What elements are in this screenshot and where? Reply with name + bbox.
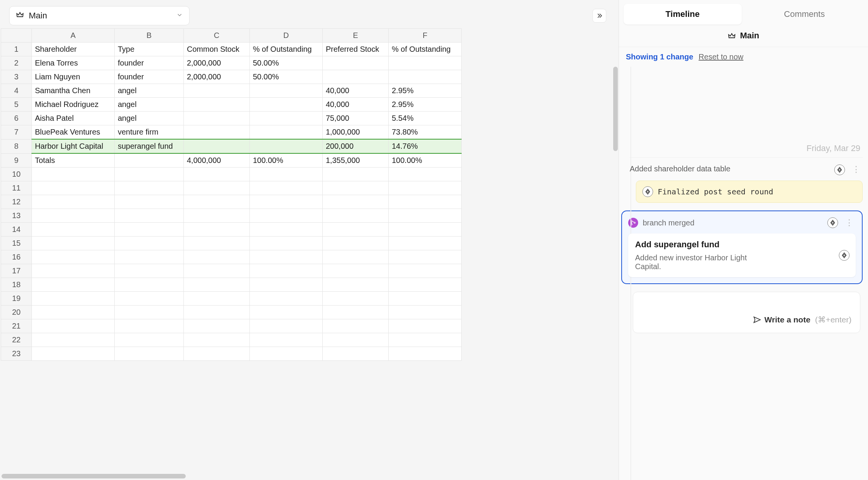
cell[interactable] (250, 98, 323, 112)
cell[interactable] (115, 306, 184, 319)
row-header[interactable]: 4 (1, 84, 32, 98)
collapse-sidebar-button[interactable] (592, 9, 606, 23)
cell[interactable] (184, 112, 250, 125)
cell[interactable]: Samantha Chen (32, 84, 115, 98)
cell[interactable] (115, 195, 184, 209)
cell[interactable] (32, 347, 115, 361)
cell[interactable] (250, 125, 323, 140)
cell[interactable] (32, 264, 115, 278)
row-header[interactable]: 17 (1, 264, 32, 278)
cell[interactable]: 40,000 (323, 98, 389, 112)
cell[interactable] (184, 278, 250, 292)
cell[interactable] (184, 292, 250, 306)
cell[interactable] (389, 333, 462, 347)
cell[interactable]: angel (115, 84, 184, 98)
cell[interactable] (323, 209, 389, 223)
cell[interactable] (323, 181, 389, 195)
note-input[interactable]: Write a note (⌘+enter) (633, 292, 860, 333)
cell[interactable]: 2,000,000 (184, 70, 250, 84)
cell[interactable]: 50.00% (250, 56, 323, 70)
cell[interactable] (250, 347, 323, 361)
row-header[interactable]: 2 (1, 56, 32, 70)
cell[interactable] (115, 319, 184, 333)
cell[interactable] (323, 333, 389, 347)
cell[interactable] (323, 56, 389, 70)
row-header[interactable]: 14 (1, 223, 32, 237)
filter-reset[interactable]: Reset to now (699, 53, 744, 61)
timeline-event[interactable]: Added shareholder data table ⋮ (630, 164, 863, 175)
cell[interactable] (250, 292, 323, 306)
cell[interactable] (115, 168, 184, 181)
cell[interactable] (323, 223, 389, 237)
cell[interactable] (389, 181, 462, 195)
column-header[interactable]: B (115, 29, 184, 43)
cell[interactable]: Elena Torres (32, 56, 115, 70)
cell[interactable]: BluePeak Ventures (32, 125, 115, 140)
cell[interactable] (250, 168, 323, 181)
cell[interactable] (184, 250, 250, 264)
cell[interactable] (32, 278, 115, 292)
row-header[interactable]: 22 (1, 333, 32, 347)
cell[interactable] (323, 237, 389, 250)
cell[interactable] (115, 223, 184, 237)
row-header[interactable]: 10 (1, 168, 32, 181)
cell[interactable] (115, 153, 184, 168)
cell[interactable]: Aisha Patel (32, 112, 115, 125)
row-header[interactable]: 6 (1, 112, 32, 125)
merge-detail[interactable]: Add superangel fund Added new investor H… (628, 233, 856, 277)
cell[interactable] (184, 209, 250, 223)
cell[interactable]: 100.00% (250, 153, 323, 168)
cell[interactable]: founder (115, 56, 184, 70)
cell[interactable] (323, 278, 389, 292)
cell[interactable] (32, 333, 115, 347)
cell[interactable] (250, 84, 323, 98)
row-header[interactable]: 21 (1, 319, 32, 333)
column-header[interactable]: C (184, 29, 250, 43)
row-header[interactable]: 9 (1, 153, 32, 168)
cell[interactable] (323, 250, 389, 264)
cell[interactable]: 75,000 (323, 112, 389, 125)
cell[interactable] (32, 319, 115, 333)
row-header[interactable]: 11 (1, 181, 32, 195)
horizontal-scrollbar[interactable] (2, 474, 186, 478)
tab-comments[interactable]: Comments (746, 4, 864, 25)
row-header[interactable]: 19 (1, 292, 32, 306)
cell[interactable]: 2.95% (389, 84, 462, 98)
cell[interactable]: 14.76% (389, 139, 462, 153)
cell[interactable] (115, 250, 184, 264)
cell[interactable] (250, 237, 323, 250)
row-header[interactable]: 20 (1, 306, 32, 319)
cell[interactable] (115, 209, 184, 223)
cell[interactable] (389, 223, 462, 237)
cell[interactable] (32, 195, 115, 209)
cell[interactable]: venture firm (115, 125, 184, 140)
filter-showing[interactable]: Showing 1 change (626, 53, 693, 61)
cell[interactable] (250, 333, 323, 347)
cell[interactable]: 1,000,000 (323, 125, 389, 140)
timeline-note[interactable]: Finalized post seed round (636, 181, 863, 203)
cell[interactable]: Michael Rodriguez (32, 98, 115, 112)
cell[interactable] (184, 306, 250, 319)
cell[interactable]: Totals (32, 153, 115, 168)
cell[interactable] (184, 168, 250, 181)
spreadsheet[interactable]: ABCDEF1ShareholderTypeCommon Stock% of O… (0, 28, 619, 480)
row-header[interactable]: 5 (1, 98, 32, 112)
cell[interactable]: % of Outstanding (250, 43, 323, 56)
cell[interactable] (323, 306, 389, 319)
cell[interactable]: Common Stock (184, 43, 250, 56)
cell[interactable] (323, 319, 389, 333)
cell[interactable] (250, 250, 323, 264)
cell[interactable] (389, 56, 462, 70)
cell[interactable] (32, 181, 115, 195)
cell[interactable] (184, 139, 250, 153)
cell[interactable]: 40,000 (323, 84, 389, 98)
cell[interactable]: 100.00% (389, 153, 462, 168)
cell[interactable]: superangel fund (115, 139, 184, 153)
column-header[interactable]: E (323, 29, 389, 43)
cell[interactable] (250, 209, 323, 223)
cell[interactable]: 2.95% (389, 98, 462, 112)
cell[interactable]: 5.54% (389, 112, 462, 125)
cell[interactable]: Type (115, 43, 184, 56)
row-header[interactable]: 15 (1, 237, 32, 250)
cell[interactable] (389, 209, 462, 223)
